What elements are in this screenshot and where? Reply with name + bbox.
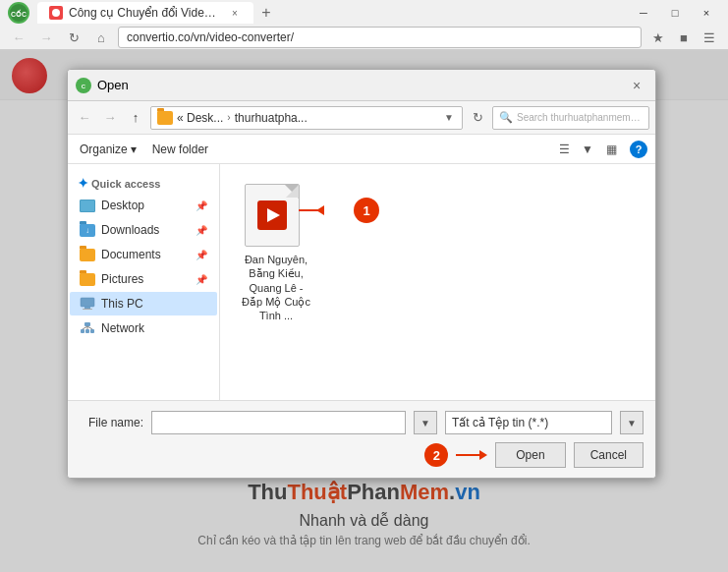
extensions-icon[interactable]: ■: [673, 27, 695, 48]
organize-btn[interactable]: Organize ▾: [76, 141, 140, 158]
desktop-icon: [80, 198, 95, 213]
dialog-body: ✦ Quick access Desktop 📌 ↓: [68, 164, 655, 400]
badge-2: 2: [424, 443, 448, 467]
view-icons: ☰ ▼ ▦: [553, 139, 622, 160]
tab-close-btn[interactable]: ×: [228, 6, 242, 20]
downloads-icon: ↓: [80, 222, 95, 238]
browser-chrome: CỐC Công cụ Chuyển đổi Video Tr... × + ─…: [0, 0, 728, 51]
svg-rect-8: [81, 329, 84, 333]
footer-buttons-row: 2 Open Cancel: [80, 442, 644, 468]
search-icon: 🔍: [499, 111, 513, 124]
sidebar-item-desktop[interactable]: Desktop 📌: [70, 194, 217, 217]
sidebar-pictures-label: Pictures: [101, 272, 143, 286]
page-background: C Open × ← → ↑ « Desk... › thurhuatpha..…: [0, 51, 728, 572]
maximize-btn[interactable]: □: [661, 4, 689, 22]
sidebar-downloads-label: Downloads: [101, 223, 159, 237]
open-file-dialog: C Open × ← → ↑ « Desk... › thurhuatpha..…: [67, 69, 656, 479]
search-placeholder: Search thurhuatphanmem oto...: [517, 112, 643, 123]
view-details-btn[interactable]: ☰: [553, 139, 575, 160]
file-area: Đan Nguyên, Bằng Kiều, Quang Lê - Đắp Mộ…: [232, 176, 320, 330]
dialog-titlebar: C Open ×: [68, 70, 655, 101]
breadcrumb-dropdown-btn[interactable]: ▼: [442, 111, 456, 125]
svg-rect-10: [90, 329, 94, 333]
pictures-folder-icon: [80, 271, 95, 287]
address-bar[interactable]: convertio.co/vn/video-converter/: [118, 27, 642, 48]
badge-1: 1: [354, 198, 379, 223]
sidebar-network-label: Network: [101, 321, 144, 335]
menu-icon[interactable]: ☰: [699, 27, 720, 48]
active-tab[interactable]: Công cụ Chuyển đổi Video Tr... ×: [37, 2, 253, 24]
dialog-title-text: Open: [97, 78, 626, 92]
tab-favicon: [49, 6, 63, 20]
dialog-main-area: Đan Nguyên, Bằng Kiều, Quang Lê - Đắp Mộ…: [220, 164, 655, 400]
organize-label: Organize: [80, 143, 128, 156]
open-button[interactable]: Open: [495, 442, 565, 468]
view-dropdown-btn[interactable]: ▼: [577, 139, 598, 160]
dialog-footer: File name: ▼ Tất cả Tệp tin (*.*) ▼ 2 Op…: [68, 400, 655, 478]
desktop-pin-icon: 📌: [196, 200, 207, 211]
network-icon: [80, 320, 95, 336]
window-controls: ─ □ ×: [630, 4, 720, 22]
cancel-button[interactable]: Cancel: [574, 442, 644, 468]
refresh-btn[interactable]: ↻: [63, 27, 84, 48]
breadcrumb-folder-icon: [157, 111, 173, 125]
tab-label: Công cụ Chuyển đổi Video Tr...: [69, 6, 222, 20]
sidebar-item-network[interactable]: Network: [70, 316, 217, 340]
sidebar-thispc-label: This PC: [101, 297, 143, 311]
dialog-refresh-btn[interactable]: ↻: [467, 107, 488, 129]
browser-titlebar: CỐC Công cụ Chuyển đổi Video Tr... × + ─…: [0, 0, 728, 26]
quick-access-header: ✦ Quick access: [68, 172, 219, 193]
filetype-dropdown-btn[interactable]: ▼: [620, 411, 644, 434]
sidebar-desktop-label: Desktop: [101, 199, 144, 212]
breadcrumb-arrow: ›: [227, 112, 230, 123]
dialog-back-btn[interactable]: ←: [74, 107, 95, 129]
filetype-label: Tất cả Tệp tin (*.*): [452, 416, 548, 429]
new-tab-btn[interactable]: +: [255, 2, 277, 24]
dialog-close-btn[interactable]: ×: [626, 75, 647, 96]
downloads-pin-icon: 📌: [196, 225, 207, 236]
sidebar-item-downloads[interactable]: ↓ Downloads 📌: [70, 218, 217, 242]
bookmark-star-icon[interactable]: ★: [647, 27, 669, 48]
open-arrow-annotation: [456, 450, 487, 460]
filename-dropdown-btn[interactable]: ▼: [414, 411, 437, 434]
forward-btn[interactable]: →: [35, 27, 57, 48]
svg-rect-6: [83, 309, 92, 310]
svg-rect-4: [81, 298, 94, 307]
filename-label: File name:: [80, 416, 143, 429]
footer-filename-row: File name: ▼ Tất cả Tệp tin (*.*) ▼: [80, 411, 644, 434]
filename-input[interactable]: [151, 411, 406, 434]
svg-rect-9: [85, 329, 89, 333]
svg-line-13: [87, 326, 92, 329]
dialog-organize-toolbar: Organize ▾ New folder ☰ ▼ ▦ ?: [68, 135, 655, 164]
play-button-icon: [257, 200, 287, 230]
minimize-btn[interactable]: ─: [630, 4, 657, 22]
dialog-forward-btn[interactable]: →: [99, 107, 121, 129]
breadcrumb-folder2: thurhuatpha...: [235, 111, 308, 125]
dialog-search-bar[interactable]: 🔍 Search thurhuatphanmem oto...: [492, 106, 649, 130]
svg-rect-5: [84, 307, 90, 309]
svg-rect-7: [84, 322, 90, 326]
browser-addressbar: ← → ↻ ⌂ convertio.co/vn/video-converter/…: [0, 26, 728, 50]
breadcrumb-folder1: « Desk...: [177, 111, 223, 125]
close-btn[interactable]: ×: [693, 4, 720, 22]
svg-line-11: [83, 326, 87, 329]
filetype-select[interactable]: Tất cả Tệp tin (*.*): [445, 411, 612, 434]
annotation-1: 1: [299, 198, 379, 223]
organize-dropdown-icon: ▾: [131, 143, 137, 156]
help-btn[interactable]: ?: [630, 141, 647, 158]
browser-action-icons: ★ ■ ☰: [647, 27, 720, 48]
sidebar-item-pictures[interactable]: Pictures 📌: [70, 267, 217, 291]
dialog-title-icon: C: [76, 78, 91, 93]
sidebar-item-thispc[interactable]: This PC: [70, 292, 217, 315]
home-btn[interactable]: ⌂: [90, 27, 112, 48]
documents-pin-icon: 📌: [196, 250, 207, 260]
view-large-icon-btn[interactable]: ▦: [600, 139, 622, 160]
dialog-nav-toolbar: ← → ↑ « Desk... › thurhuatpha... ▼ ↻ 🔍 S…: [68, 101, 655, 135]
sidebar-item-documents[interactable]: Documents 📌: [70, 243, 217, 266]
dialog-up-btn[interactable]: ↑: [125, 107, 146, 129]
new-folder-btn[interactable]: New folder: [148, 141, 212, 158]
svg-text:CỐC: CỐC: [11, 9, 27, 18]
breadcrumb-bar[interactable]: « Desk... › thurhuatpha... ▼: [150, 106, 463, 130]
dialog-sidebar: ✦ Quick access Desktop 📌 ↓: [68, 164, 220, 400]
back-btn[interactable]: ←: [8, 27, 29, 48]
